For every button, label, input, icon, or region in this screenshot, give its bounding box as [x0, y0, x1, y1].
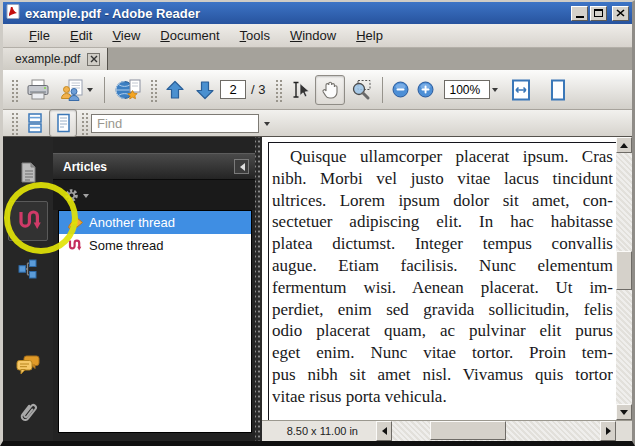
attachments-nav-button[interactable]	[8, 393, 48, 433]
single-page-view-button[interactable]	[49, 109, 77, 137]
article-item-some-thread[interactable]: Some thread	[59, 234, 251, 257]
scrolling-view-icon	[25, 113, 45, 133]
vertical-scroll-track[interactable]	[616, 153, 632, 404]
hand-tool-button[interactable]	[315, 75, 345, 105]
menu-help[interactable]: Help	[346, 25, 393, 46]
tab-label: example.pdf	[15, 52, 80, 66]
pages-nav-button[interactable]	[8, 153, 48, 193]
document-content: Quisque ullamcorper placerat ipsum. Cras…	[262, 137, 632, 420]
article-options-button[interactable]	[61, 185, 93, 206]
current-article-icon	[65, 215, 85, 230]
collapse-panel-button[interactable]	[234, 159, 249, 174]
tab-example-pdf[interactable]: example.pdf	[3, 48, 108, 70]
panel-splitter[interactable]	[255, 137, 262, 441]
zoom-menu-caret[interactable]	[492, 88, 498, 95]
print-icon	[25, 78, 51, 102]
menu-tools[interactable]: Tools	[230, 25, 280, 46]
marquee-zoom-icon	[349, 79, 373, 101]
document-line: augue. Etiam facilisis. Nunc elementum	[272, 255, 613, 277]
scroll-up-icon	[620, 139, 628, 148]
maximize-button[interactable]	[590, 6, 607, 21]
titlebar[interactable]: example.pdf - Adobe Reader	[3, 2, 632, 24]
document-line: fermentum wisi. Aenean placerat. Ut im-	[272, 277, 613, 299]
window-title: example.pdf - Adobe Reader	[25, 6, 569, 21]
fit-page-button[interactable]	[544, 74, 572, 106]
scroll-up-button[interactable]	[616, 137, 632, 153]
toolbar-grip[interactable]	[80, 111, 88, 135]
previous-page-icon	[164, 79, 186, 101]
previous-page-button[interactable]	[160, 75, 190, 105]
article-item-another-thread[interactable]: Another thread	[59, 211, 251, 234]
collaborate-menu-caret	[87, 88, 93, 95]
scrolling-view-button[interactable]	[21, 109, 49, 137]
toolbar-separator	[104, 77, 105, 103]
articles-panel: Articles Another thread	[53, 137, 255, 441]
zoom-in-button[interactable]	[413, 77, 438, 102]
comments-nav-icon	[15, 354, 41, 376]
document-line: odio placerat quam, ac pulvinar elit pur…	[272, 320, 613, 342]
collapse-panel-icon	[236, 163, 245, 171]
pages-nav-icon	[16, 160, 40, 186]
menu-document[interactable]: Document	[150, 25, 229, 46]
layers-nav-button[interactable]	[8, 249, 48, 289]
minimize-button[interactable]	[571, 6, 588, 21]
zoom-out-button[interactable]	[388, 77, 413, 102]
scrollbar-corner	[616, 421, 632, 441]
page-count-label: / 3	[251, 82, 265, 97]
zoom-level-input[interactable]	[444, 80, 490, 99]
print-button[interactable]	[21, 74, 55, 106]
tab-bar: example.pdf	[3, 48, 632, 70]
create-pdf-online-button[interactable]	[110, 74, 146, 106]
menubar: File Edit View Document Tools Window Hel…	[3, 24, 632, 48]
scroll-left-button[interactable]	[376, 421, 392, 441]
collaborate-icon	[59, 78, 85, 102]
menu-file[interactable]: File	[19, 25, 60, 46]
toolbar-grip[interactable]	[274, 78, 282, 102]
main-area: Articles Another thread	[3, 137, 632, 441]
comments-nav-button[interactable]	[8, 345, 48, 385]
close-icon	[616, 9, 625, 17]
articles-nav-button[interactable]	[8, 201, 48, 241]
fit-width-button[interactable]	[506, 74, 536, 106]
menu-view[interactable]: View	[102, 25, 150, 46]
horizontal-scroll-thumb[interactable]	[430, 421, 506, 440]
navigation-pane	[3, 137, 53, 441]
next-page-button[interactable]	[190, 75, 220, 105]
fit-page-icon	[548, 78, 568, 102]
document-line: perdiet, enim sed gravida sollicitudin, …	[272, 299, 613, 321]
vertical-scrollbar[interactable]	[616, 137, 632, 420]
find-menu-caret[interactable]	[264, 122, 270, 129]
articles-panel-title: Articles	[63, 160, 234, 174]
select-tool-button[interactable]	[285, 75, 315, 105]
marquee-zoom-button[interactable]	[345, 75, 377, 105]
find-input[interactable]	[91, 114, 259, 133]
scroll-right-button[interactable]	[600, 421, 616, 441]
status-bar: 8.50 x 11.00 in	[262, 420, 632, 441]
page-number-input[interactable]	[220, 80, 246, 99]
menu-window[interactable]: Window	[280, 25, 346, 46]
document-line: platea dictumst. Integer tempus convalli…	[272, 233, 613, 255]
hand-tool-icon	[319, 79, 341, 101]
create-online-icon	[114, 78, 142, 102]
menu-edit[interactable]: Edit	[60, 25, 102, 46]
horizontal-scrollbar[interactable]	[376, 421, 616, 441]
document-line: eget enim. Nunc vitae tortor. Proin tem-	[272, 342, 613, 364]
select-tool-icon	[289, 79, 311, 101]
collaborate-button[interactable]	[55, 74, 99, 106]
article-options-caret	[83, 194, 89, 201]
vertical-scroll-thumb[interactable]	[616, 251, 632, 290]
document-line: nibh. Morbi vel justo vitae lacus tincid…	[272, 168, 613, 190]
scroll-down-button[interactable]	[616, 404, 632, 420]
document-line: vitae risus porta vehicula.	[272, 386, 613, 408]
tab-close-button[interactable]	[87, 53, 100, 66]
attachments-nav-icon	[16, 399, 40, 427]
document-line: Quisque ullamcorper placerat ipsum. Cras	[272, 146, 613, 168]
toolbar-grip[interactable]	[10, 111, 18, 135]
toolbar-grip[interactable]	[10, 78, 18, 102]
close-button[interactable]	[612, 6, 629, 21]
horizontal-scroll-track[interactable]	[392, 421, 600, 441]
next-page-icon	[194, 79, 216, 101]
articles-panel-tools	[53, 180, 255, 210]
toolbar-grip[interactable]	[149, 78, 157, 102]
article-item-label: Another thread	[89, 215, 175, 230]
